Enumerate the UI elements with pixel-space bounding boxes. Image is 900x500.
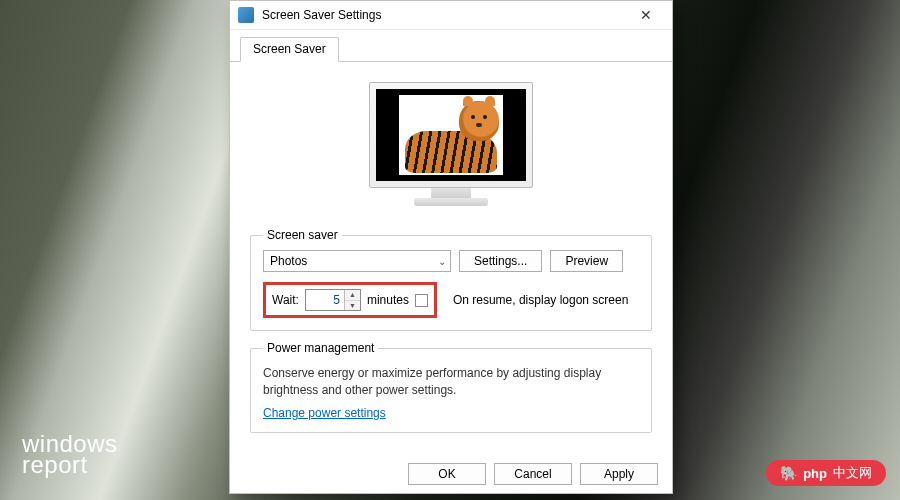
- apply-button[interactable]: Apply: [580, 463, 658, 485]
- wait-highlight-annotation: Wait: ▲ ▼ minutes: [263, 282, 437, 318]
- preview-button[interactable]: Preview: [550, 250, 623, 272]
- screensaver-preview: [250, 76, 652, 228]
- minutes-label: minutes: [367, 293, 409, 307]
- screensaver-group: Screen saver Photos ⌄ Settings... Previe…: [250, 228, 652, 331]
- watermark-windows-report: windows report: [22, 433, 118, 476]
- watermark-line2: report: [22, 454, 118, 476]
- close-button[interactable]: ✕: [626, 1, 666, 29]
- wait-spin-up[interactable]: ▲: [345, 290, 360, 301]
- cancel-label: Cancel: [514, 467, 551, 481]
- close-icon: ✕: [640, 7, 652, 23]
- power-description: Conserve energy or maximize performance …: [263, 365, 639, 400]
- preview-photo-tiger: [399, 95, 503, 175]
- wait-input[interactable]: [306, 290, 344, 310]
- watermark-php-cn: 🐘 php 中文网: [766, 460, 886, 486]
- ok-button[interactable]: OK: [408, 463, 486, 485]
- chevron-down-icon: ⌄: [438, 256, 446, 267]
- screensaver-selected-value: Photos: [270, 254, 307, 268]
- tabstrip: Screen Saver: [230, 30, 672, 61]
- apply-label: Apply: [604, 467, 634, 481]
- preview-button-label: Preview: [565, 254, 608, 268]
- watermark-text: 中文网: [833, 464, 872, 482]
- window-title: Screen Saver Settings: [262, 8, 626, 22]
- wait-spinner: ▲ ▼: [305, 289, 361, 311]
- ok-label: OK: [438, 467, 455, 481]
- php-elephant-icon: 🐘: [780, 465, 797, 481]
- resume-checkbox[interactable]: [415, 294, 428, 307]
- cancel-button[interactable]: Cancel: [494, 463, 572, 485]
- settings-button-label: Settings...: [474, 254, 527, 268]
- watermark-prefix: php: [803, 466, 827, 481]
- power-management-group: Power management Conserve energy or maxi…: [250, 341, 652, 433]
- power-legend: Power management: [263, 341, 378, 355]
- tab-body: Screen saver Photos ⌄ Settings... Previe…: [230, 61, 672, 453]
- settings-button[interactable]: Settings...: [459, 250, 542, 272]
- resume-label: On resume, display logon screen: [453, 293, 628, 307]
- screen-saver-settings-dialog: Screen Saver Settings ✕ Screen Saver: [229, 0, 673, 494]
- change-power-settings-link[interactable]: Change power settings: [263, 406, 386, 420]
- wait-label: Wait:: [272, 293, 299, 307]
- wait-spin-down[interactable]: ▼: [345, 301, 360, 311]
- preview-monitor: [369, 82, 533, 206]
- screensaver-legend: Screen saver: [263, 228, 342, 242]
- titlebar: Screen Saver Settings ✕: [230, 1, 672, 30]
- dialog-footer: OK Cancel Apply: [230, 453, 672, 499]
- tab-screen-saver[interactable]: Screen Saver: [240, 37, 339, 62]
- screensaver-select[interactable]: Photos ⌄: [263, 250, 451, 272]
- app-icon: [238, 7, 254, 23]
- tab-label: Screen Saver: [253, 42, 326, 56]
